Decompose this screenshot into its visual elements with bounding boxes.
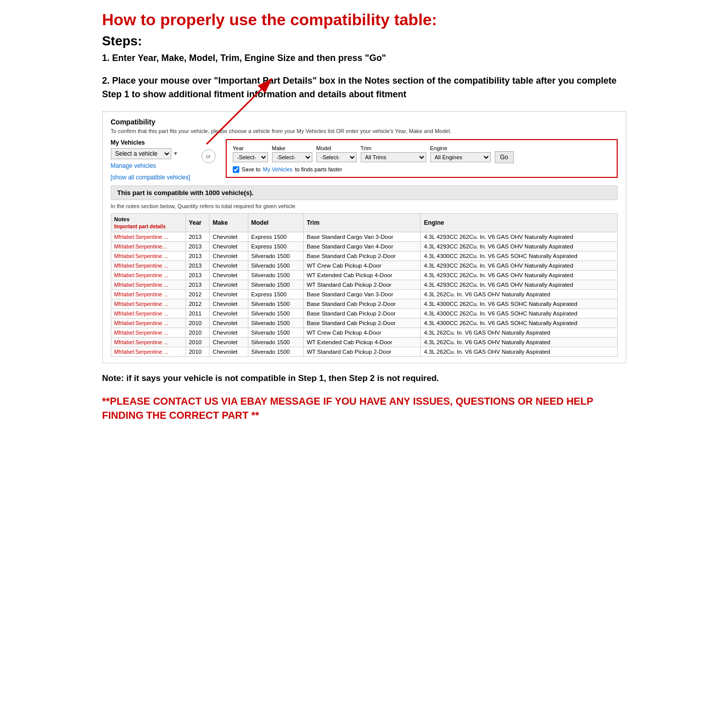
notes-cell: Mfrlabel:Serpentine ... xyxy=(111,299,185,308)
engine-field: Engine All Engines xyxy=(430,145,491,162)
table-row: Mfrlabel:Serpentine ...2012ChevroletExpr… xyxy=(111,289,617,299)
trim-cell: WT Extended Cab Pickup 4-Door xyxy=(303,337,421,347)
vehicle-select[interactable]: Select a vehicle xyxy=(111,148,171,159)
model-cell: Silverado 1500 xyxy=(248,347,303,356)
col-header-model: Model xyxy=(248,213,303,232)
note-text: Note: if it says your vehicle is not com… xyxy=(102,372,626,385)
model-cell: Silverado 1500 xyxy=(248,308,303,318)
quantity-note: In the notes section below, Quantity ref… xyxy=(111,203,618,209)
show-all-link[interactable]: [show all compatible vehicles] xyxy=(111,174,190,181)
notes-cell: Mfrlabel:Serpentine ... xyxy=(111,261,185,270)
my-vehicles-label: My Vehicles xyxy=(111,139,191,146)
make-cell: Chevrolet xyxy=(210,308,248,318)
manage-vehicles-link[interactable]: Manage vehicles xyxy=(111,162,191,169)
make-cell: Chevrolet xyxy=(210,251,248,261)
engine-cell: 4.3L 4293CC 262Cu. In. V6 GAS OHV Natura… xyxy=(421,241,617,251)
year-cell: 2010 xyxy=(185,347,209,356)
notes-cell: Mfrlabel:Serpentine ... xyxy=(111,318,185,328)
step2-text: 2. Place your mouse over "Important Part… xyxy=(102,74,626,101)
engine-cell: 4.3L 4300CC 262Cu. In. V6 GAS SOHC Natur… xyxy=(421,251,617,261)
year-cell: 2013 xyxy=(185,241,209,251)
model-cell: Express 1500 xyxy=(248,289,303,299)
table-row: Mfrlabel:Serpentine...2013ChevroletExpre… xyxy=(111,241,617,251)
trim-cell: WT Standard Cab Pickup 2-Door xyxy=(303,347,421,356)
year-cell: 2013 xyxy=(185,261,209,270)
engine-cell: 4.3L 262Cu. In. V6 GAS OHV Naturally Asp… xyxy=(421,328,617,337)
model-cell: Silverado 1500 xyxy=(248,261,303,270)
notes-cell: Mfrlabel:Serpentine ... xyxy=(111,270,185,280)
engine-cell: 4.3L 4300CC 262Cu. In. V6 GAS SOHC Natur… xyxy=(421,318,617,328)
trim-cell: Base Standard Cab Pickup 2-Door xyxy=(303,318,421,328)
make-cell: Chevrolet xyxy=(210,241,248,251)
engine-label: Engine xyxy=(430,145,491,151)
notes-cell: Mfrlabel:Serpentine ... xyxy=(111,337,185,347)
engine-cell: 4.3L 4293CC 262Cu. In. V6 GAS OHV Natura… xyxy=(421,232,617,241)
select-vehicle-wrapper: Select a vehicle ▼ xyxy=(111,148,191,159)
model-cell: Express 1500 xyxy=(248,241,303,251)
trim-select[interactable]: All Trims xyxy=(361,152,426,162)
engine-cell: 4.3L 4293CC 262Cu. In. V6 GAS OHV Natura… xyxy=(421,280,617,289)
compatibility-box: Compatibility To confirm that this part … xyxy=(102,111,626,363)
table-row: Mfrlabel:Serpentine ...2013ChevroletSilv… xyxy=(111,270,617,280)
model-cell: Silverado 1500 xyxy=(248,299,303,308)
table-row: Mfrlabel:Serpentine ...2010ChevroletSilv… xyxy=(111,337,617,347)
year-cell: 2013 xyxy=(185,270,209,280)
save-text-suffix: to finds parts faster xyxy=(295,166,343,172)
table-row: Mfrlabel:Serpentine ...2013ChevroletSilv… xyxy=(111,261,617,270)
model-select[interactable]: -Select- xyxy=(316,152,357,162)
trim-field: Trim All Trims xyxy=(361,145,426,162)
make-cell: Chevrolet xyxy=(210,270,248,280)
trim-cell: Base Standard Cargo Van 4-Door xyxy=(303,241,421,251)
year-select[interactable]: -Select- xyxy=(233,152,268,162)
model-cell: Silverado 1500 xyxy=(248,328,303,337)
save-checkbox[interactable] xyxy=(233,166,239,173)
year-cell: 2010 xyxy=(185,318,209,328)
compat-subtitle: To confirm that this part fits your vehi… xyxy=(111,128,618,134)
table-row: Mfrlabel:Serpentine ...2010ChevroletSilv… xyxy=(111,328,617,337)
year-cell: 2013 xyxy=(185,232,209,241)
notes-cell: Mfrlabel:Serpentine... xyxy=(111,241,185,251)
table-row: Mfrlabel:Serpentine ...2013ChevroletExpr… xyxy=(111,232,617,241)
year-cell: 2010 xyxy=(185,328,209,337)
my-vehicles-link[interactable]: My Vehicles xyxy=(263,166,293,172)
trim-label: Trim xyxy=(361,145,426,151)
trim-cell: WT Crew Cab Pickup 4-Door xyxy=(303,261,421,270)
engine-cell: 4.3L 262Cu. In. V6 GAS OHV Naturally Asp… xyxy=(421,337,617,347)
save-checkbox-row: Save to My Vehicles to finds parts faste… xyxy=(233,166,611,173)
make-select[interactable]: -Select- xyxy=(272,152,312,162)
compat-controls-row: My Vehicles Select a vehicle ▼ Manage ve… xyxy=(111,139,618,181)
trim-cell: Base Standard Cab Pickup 2-Door xyxy=(303,299,421,308)
make-cell: Chevrolet xyxy=(210,280,248,289)
make-cell: Chevrolet xyxy=(210,318,248,328)
table-row: Mfrlabel:Serpentine ...2010ChevroletSilv… xyxy=(111,318,617,328)
engine-select[interactable]: All Engines xyxy=(430,152,491,162)
year-cell: 2013 xyxy=(185,280,209,289)
trim-cell: Base Standard Cab Pickup 2-Door xyxy=(303,251,421,261)
notes-cell: Mfrlabel:Serpentine ... xyxy=(111,308,185,318)
col-header-engine: Engine xyxy=(421,213,617,232)
make-cell: Chevrolet xyxy=(210,347,248,356)
engine-cell: 4.3L 4300CC 262Cu. In. V6 GAS SOHC Natur… xyxy=(421,299,617,308)
make-cell: Chevrolet xyxy=(210,299,248,308)
make-cell: Chevrolet xyxy=(210,328,248,337)
model-label: Model xyxy=(316,145,357,151)
notes-cell: Mfrlabel:Serpentine ... xyxy=(111,251,185,261)
notes-cell: Mfrlabel:Serpentine ... xyxy=(111,289,185,299)
table-row: Mfrlabel:Serpentine ...2013ChevroletSilv… xyxy=(111,280,617,289)
my-vehicles-section: My Vehicles Select a vehicle ▼ Manage ve… xyxy=(111,139,191,181)
year-cell: 2012 xyxy=(185,299,209,308)
make-cell: Chevrolet xyxy=(210,232,248,241)
model-cell: Silverado 1500 xyxy=(248,318,303,328)
col-header-make: Make xyxy=(210,213,248,232)
notes-cell: Mfrlabel:Serpentine ... xyxy=(111,347,185,356)
main-title: How to properly use the compatibility ta… xyxy=(102,10,626,29)
compatible-count-bar: This part is compatible with 1000 vehicl… xyxy=(111,185,618,200)
engine-cell: 4.3L 4300CC 262Cu. In. V6 GAS SOHC Natur… xyxy=(421,308,617,318)
year-cell: 2011 xyxy=(185,308,209,318)
ymm-selects-row: Year -Select- Make -Select- Model -Selec… xyxy=(233,144,611,163)
trim-cell: WT Standard Cab Pickup 2-Door xyxy=(303,280,421,289)
engine-cell: 4.3L 4293CC 262Cu. In. V6 GAS OHV Natura… xyxy=(421,270,617,280)
go-button[interactable]: Go xyxy=(495,151,514,163)
year-cell: 2010 xyxy=(185,337,209,347)
step1-text: 1. Enter Year, Make, Model, Trim, Engine… xyxy=(102,52,626,65)
